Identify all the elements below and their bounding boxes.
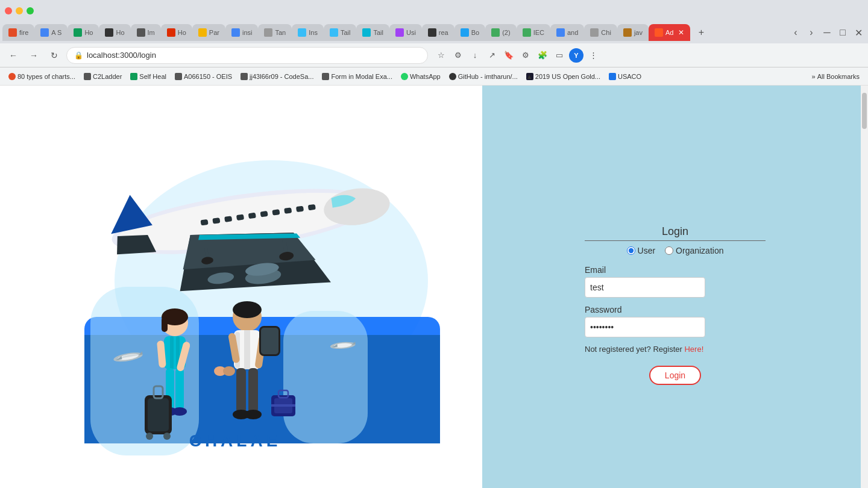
- tab-active[interactable]: Ad ✕: [649, 24, 690, 41]
- bookmark-icon-usopen: ▲: [526, 73, 533, 80]
- bookmark-label-oeis: A066150 - OEIS: [184, 73, 232, 80]
- forward-button[interactable]: →: [25, 47, 42, 64]
- tab-fire[interactable]: fire: [2, 24, 34, 41]
- travel-illustration-svg: CHALAE: [30, 112, 452, 461]
- tab-label-and: and: [567, 29, 578, 36]
- tab-tan[interactable]: Tan: [258, 24, 292, 41]
- tab-and[interactable]: and: [550, 24, 584, 41]
- tab-label-fire: fire: [19, 29, 28, 36]
- minimize-window-button[interactable]: ─: [820, 25, 834, 40]
- org-radio-label[interactable]: Organization: [665, 246, 723, 255]
- bookmark-icon-whatsapp: [401, 73, 408, 80]
- scrollbar[interactable]: [861, 86, 868, 488]
- puzzle-extension-icon[interactable]: 🧩: [535, 48, 550, 63]
- tab-as[interactable]: A S: [34, 24, 68, 41]
- svg-rect-50: [244, 330, 250, 369]
- window-maximize[interactable]: [27, 7, 34, 14]
- back-button[interactable]: ←: [5, 47, 22, 64]
- bookmark-oeis[interactable]: A066150 - OEIS: [171, 72, 236, 81]
- tab-iec[interactable]: IEC: [517, 24, 550, 41]
- extensions-icon[interactable]: ⚙: [451, 48, 465, 63]
- svg-rect-20: [248, 213, 256, 219]
- bookmark-icon-codesa: [241, 73, 248, 80]
- save-page-icon[interactable]: 🔖: [502, 48, 516, 63]
- user-radio-input[interactable]: [627, 246, 635, 255]
- user-radio-label[interactable]: User: [627, 246, 656, 255]
- svg-rect-34: [170, 336, 174, 369]
- restore-window-button[interactable]: □: [835, 25, 850, 40]
- email-input[interactable]: [585, 277, 705, 298]
- password-input[interactable]: [585, 317, 705, 337]
- tab-bar: fire A S Ho Ho Im Ho Par insi: [0, 22, 868, 43]
- tab-two[interactable]: (2): [485, 24, 516, 41]
- tab-icon-ho1: [74, 28, 82, 37]
- tab-tail2[interactable]: Tail: [356, 24, 389, 41]
- tab-chi[interactable]: Chi: [584, 24, 617, 41]
- tab-boo[interactable]: Bo: [454, 24, 485, 41]
- tab-icon-insi: [231, 28, 240, 37]
- tab-rea[interactable]: rea: [422, 24, 454, 41]
- brand-text: CHALAE: [189, 431, 281, 450]
- tab-im[interactable]: Im: [131, 24, 161, 41]
- bookmark-whatsapp[interactable]: WhatsApp: [397, 72, 444, 81]
- bookmark-codesa[interactable]: jj43l66r09 - CodeSa...: [237, 72, 317, 81]
- profile-avatar[interactable]: Y: [569, 48, 583, 63]
- login-button[interactable]: Login: [649, 366, 701, 385]
- svg-rect-23: [284, 207, 292, 214]
- settings-icon[interactable]: ⚙: [518, 48, 533, 63]
- org-radio-input[interactable]: [665, 246, 673, 255]
- title-bar: [0, 0, 868, 22]
- tab-icon-ho2: [105, 28, 113, 37]
- new-tab-button[interactable]: +: [693, 24, 709, 41]
- reload-button[interactable]: ↻: [46, 47, 63, 64]
- tab-label-usi: Usi: [406, 29, 416, 36]
- tab-par[interactable]: Par: [192, 24, 225, 41]
- bookmark-c2ladder[interactable]: C2Ladder: [80, 72, 125, 81]
- bookmark-usopen[interactable]: ▲ 2019 US Open Gold...: [523, 72, 604, 81]
- bookmark-label-charts: 80 types of charts...: [17, 73, 75, 80]
- tab-ho1[interactable]: Ho: [68, 24, 99, 41]
- bookmark-label-usopen: 2019 US Open Gold...: [535, 73, 600, 80]
- svg-rect-63: [271, 404, 295, 407]
- left-panel: CHALAE: [0, 86, 482, 488]
- address-bar[interactable]: 🔒 localhost:3000/login: [66, 47, 428, 64]
- download-icon[interactable]: ↓: [468, 48, 482, 63]
- bookmark-label-usaco: USACO: [618, 73, 641, 80]
- tab-usi[interactable]: Usi: [389, 24, 422, 41]
- close-window-button[interactable]: ✕: [851, 25, 866, 40]
- tab-next-button[interactable]: ›: [804, 25, 819, 40]
- bookmarks-bar: 80 types of charts... C2Ladder Self Heal…: [0, 67, 868, 86]
- svg-rect-53: [248, 368, 258, 413]
- bookmark-label-whatsapp: WhatsApp: [410, 73, 441, 80]
- bookmark-all[interactable]: » All Bookmarks: [808, 72, 863, 81]
- bookmark-selfheal[interactable]: Self Heal: [127, 72, 170, 81]
- tab-jav[interactable]: jav: [617, 24, 649, 41]
- tab-label-boo: Bo: [471, 29, 479, 36]
- window-close[interactable]: [5, 7, 12, 14]
- login-container: Login User Organization Email Password N…: [585, 225, 766, 385]
- bookmark-github[interactable]: GitHub - imtharun/...: [445, 72, 521, 81]
- tab-insi[interactable]: insi: [225, 24, 259, 41]
- tab-prev-button[interactable]: ‹: [788, 25, 803, 40]
- tab-close-button[interactable]: ✕: [678, 28, 684, 37]
- bookmark-label-form-modal: Form in Modal Exa...: [331, 73, 392, 80]
- window-minimize[interactable]: [16, 7, 23, 14]
- tab-tail1[interactable]: Tail: [324, 24, 357, 41]
- menu-icon[interactable]: ⋮: [586, 48, 600, 63]
- share-icon[interactable]: ↗: [485, 48, 499, 63]
- password-label: Password: [585, 305, 621, 314]
- bookmark-icon-oeis: [175, 73, 182, 80]
- sidebar-toggle-icon[interactable]: ▭: [552, 48, 567, 63]
- tab-label-ho1: Ho: [84, 29, 93, 36]
- tab-ho3[interactable]: Ho: [161, 24, 192, 41]
- bookmark-usaco[interactable]: USACO: [605, 72, 645, 81]
- bookmark-form-modal[interactable]: Form in Modal Exa...: [318, 72, 395, 81]
- svg-rect-59: [261, 328, 278, 354]
- tab-ho2[interactable]: Ho: [99, 24, 130, 41]
- svg-rect-52: [236, 368, 246, 413]
- bookmark-charts[interactable]: 80 types of charts...: [5, 72, 79, 81]
- register-link[interactable]: Here!: [684, 345, 703, 354]
- address-text: localhost:3000/login: [87, 51, 156, 60]
- bookmarks-star-icon[interactable]: ☆: [434, 48, 448, 63]
- tab-ins2[interactable]: Ins: [292, 24, 324, 41]
